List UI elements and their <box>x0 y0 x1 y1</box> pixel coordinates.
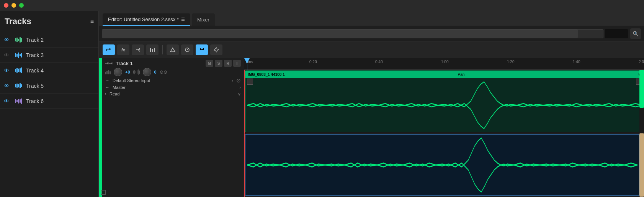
track1-name: Track 1 <box>116 61 133 66</box>
output-chevron-icon[interactable]: › <box>239 85 241 90</box>
playhead[interactable] <box>244 58 250 70</box>
svg-rect-5 <box>154 48 155 52</box>
track-headers: ⇥⇥ Track 1 M S R I <box>99 58 244 197</box>
track-lane-lower[interactable] <box>244 133 644 197</box>
playhead-head <box>244 58 250 64</box>
pin-button[interactable] <box>210 44 222 55</box>
clip-waveform-upper <box>245 79 644 132</box>
audio-clip-lower[interactable] <box>245 134 639 196</box>
gain-value: +0 <box>125 70 130 74</box>
scroll-right-upper[interactable] <box>639 70 644 133</box>
track-lanes: IMG_0803_1 44100 1 Pan ▼ <box>244 70 644 197</box>
mode-label: Read <box>110 92 235 96</box>
ruler-label-040: 0:40 <box>375 60 382 64</box>
playhead-line <box>247 64 247 70</box>
loop-icon[interactable]: ⊙⊙ <box>160 69 167 75</box>
sidebar-menu-icon[interactable]: ≡ <box>90 18 94 25</box>
svg-rect-4 <box>152 49 153 52</box>
visibility-icon-track6[interactable]: 👁 <box>4 98 11 104</box>
timeline-container: ⇥⇥ Track 1 M S R I <box>99 58 644 197</box>
track1-green-bar <box>99 58 102 197</box>
msr-buttons: M S R I <box>206 60 241 67</box>
wave-meter <box>133 69 140 75</box>
visibility-icon-track5[interactable]: 👁 <box>4 83 11 89</box>
magnet-button[interactable] <box>196 44 208 55</box>
svg-rect-3 <box>150 48 151 52</box>
track1-mode-row: › Read ∨ <box>105 91 241 97</box>
tab-mixer[interactable]: Mixer <box>192 13 215 26</box>
scroll-thumb-lower <box>639 133 644 197</box>
track-name-4: Track 4 <box>26 67 44 74</box>
fx-button[interactable]: fx <box>117 44 129 55</box>
tab-bar: Editor: Untitled Session 2.sesx * ☰ Mixe… <box>99 11 644 26</box>
sidebar-item-track4[interactable]: 👁 Track 4 <box>0 63 98 78</box>
tab-mixer-label: Mixer <box>197 17 209 23</box>
record-button[interactable]: R <box>224 60 232 67</box>
scroll-right-lower[interactable] <box>639 133 644 197</box>
triangle-button[interactable] <box>167 44 179 55</box>
overview-scroll[interactable] <box>102 29 603 38</box>
bar-button[interactable] <box>146 44 159 55</box>
ruler-label-120: 1:20 <box>507 60 514 64</box>
overview-bar <box>99 26 644 41</box>
waveform-icon-track3 <box>14 51 23 59</box>
overview-thumb[interactable] <box>102 30 578 38</box>
sidebar-title: Tracks <box>5 16 31 26</box>
tab-menu-icon[interactable]: ☰ <box>181 17 185 22</box>
time-ruler: hms 0:20 0:40 1:00 1:20 1:40 2:00 <box>244 58 644 70</box>
ruler-label-100: 1:00 <box>441 60 448 64</box>
visibility-icon-track3[interactable]: 👁 <box>4 52 11 58</box>
sidebar-header: Tracks ≡ <box>0 11 98 32</box>
track1-content: ⇥⇥ Track 1 M S R I <box>102 58 244 197</box>
mode-expand-icon[interactable]: › <box>105 91 106 97</box>
track-name-2: Track 2 <box>26 37 44 43</box>
output-arrow-icon: ← <box>105 85 110 90</box>
lower-clip-waveform <box>245 135 639 195</box>
clip-pan-label: Pan <box>458 72 465 77</box>
input-chevron-icon[interactable]: › <box>232 78 233 83</box>
sidebar-item-track3[interactable]: 👁 Track 3 <box>0 48 98 63</box>
minimize-button[interactable] <box>11 3 16 8</box>
tab-editor[interactable]: Editor: Untitled Session 2.sesx * ☰ <box>103 13 190 26</box>
visibility-icon-track2[interactable]: 👁 <box>4 37 11 43</box>
waveform-icon-track4 <box>14 67 23 74</box>
red-line-upper <box>244 70 245 133</box>
track1-name-row: ⇥⇥ Track 1 M S R I <box>105 60 241 67</box>
volume-dial[interactable] <box>114 68 122 76</box>
pan-value: 0 <box>154 70 157 74</box>
track1-header: ⇥⇥ Track 1 M S R I <box>99 58 244 197</box>
input-arrow-icon: → <box>105 78 110 83</box>
sidebar-item-track6[interactable]: 👁 Track 6 <box>0 94 98 109</box>
audio-clip-upper[interactable]: IMG_0803_1 44100 1 Pan ▼ <box>245 71 644 132</box>
input-label: Default Stereo Input <box>113 78 229 83</box>
clip-header-upper: IMG_0803_1 44100 1 Pan ▼ <box>245 71 644 78</box>
track-name-5: Track 5 <box>26 83 44 89</box>
editor-area: Editor: Untitled Session 2.sesx * ☰ Mixe… <box>99 11 644 197</box>
pan-dial[interactable] <box>143 68 151 76</box>
input-button[interactable]: I <box>233 60 241 67</box>
sidebar-item-track5[interactable]: 👁 Track 5 <box>0 78 98 94</box>
timeline-right: hms 0:20 0:40 1:00 1:20 1:40 2:00 <box>244 58 644 197</box>
main-container: Tracks ≡ 👁 Track 2 👁 <box>0 11 644 197</box>
input-disable-icon[interactable]: ⊘ <box>236 77 241 84</box>
mute-button[interactable]: M <box>206 60 213 67</box>
key-button[interactable] <box>132 44 144 55</box>
track1-input-row: → Default Stereo Input › ⊘ <box>105 77 241 84</box>
waveform-icon-track5 <box>14 82 23 90</box>
track-expand-icon[interactable]: ⇥⇥ <box>105 61 113 66</box>
track-lane-upper[interactable]: IMG_0803_1 44100 1 Pan ▼ <box>244 70 644 133</box>
svg-line-7 <box>187 48 188 50</box>
sidebar-item-track2[interactable]: 👁 Track 2 <box>0 32 98 48</box>
loop-button[interactable] <box>103 44 115 55</box>
track1-controls-row: +0 0 ⊙⊙ <box>105 68 241 76</box>
metronome-button[interactable] <box>181 44 193 55</box>
maximize-button[interactable] <box>19 3 24 8</box>
track1-bottom-square <box>100 189 106 195</box>
visibility-icon-track4[interactable]: 👁 <box>4 67 11 74</box>
zoom-fit-icon[interactable] <box>630 28 641 39</box>
close-button[interactable] <box>4 3 8 8</box>
mode-dropdown-icon[interactable]: ∨ <box>238 92 241 97</box>
solo-button[interactable]: S <box>215 60 222 67</box>
scroll-thumb-upper <box>639 70 644 108</box>
output-label: Master <box>113 85 236 90</box>
